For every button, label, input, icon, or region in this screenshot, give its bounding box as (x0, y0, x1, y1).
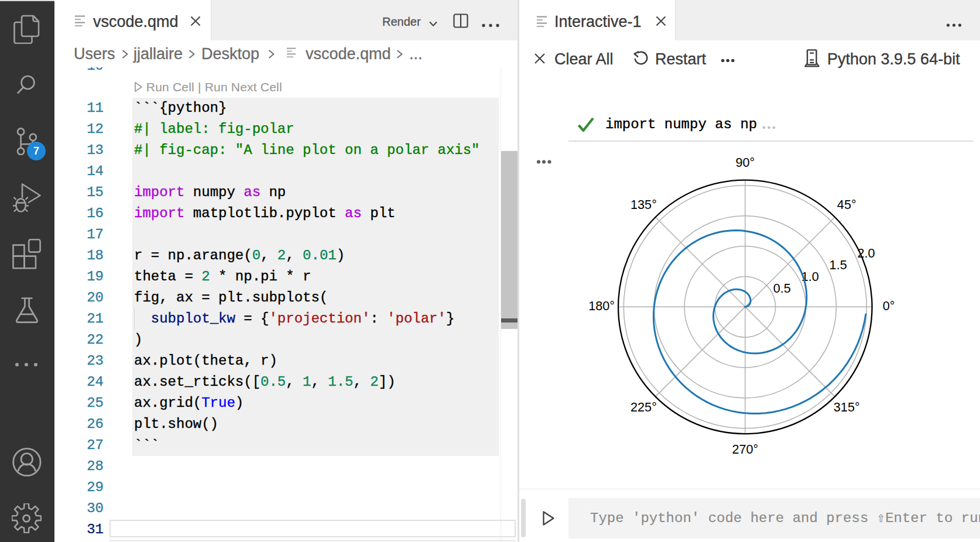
svg-text:225°: 225° (631, 400, 657, 414)
svg-text:315°: 315° (834, 400, 860, 414)
svg-text:45°: 45° (837, 197, 856, 212)
svg-text:0.5: 0.5 (773, 281, 791, 296)
svg-text:135°: 135° (631, 197, 657, 212)
svg-text:0°: 0° (883, 299, 895, 313)
svg-text:270°: 270° (732, 442, 758, 457)
svg-text:90°: 90° (735, 155, 755, 170)
svg-text:180°: 180° (588, 299, 615, 313)
svg-text:1.5: 1.5 (830, 258, 847, 272)
